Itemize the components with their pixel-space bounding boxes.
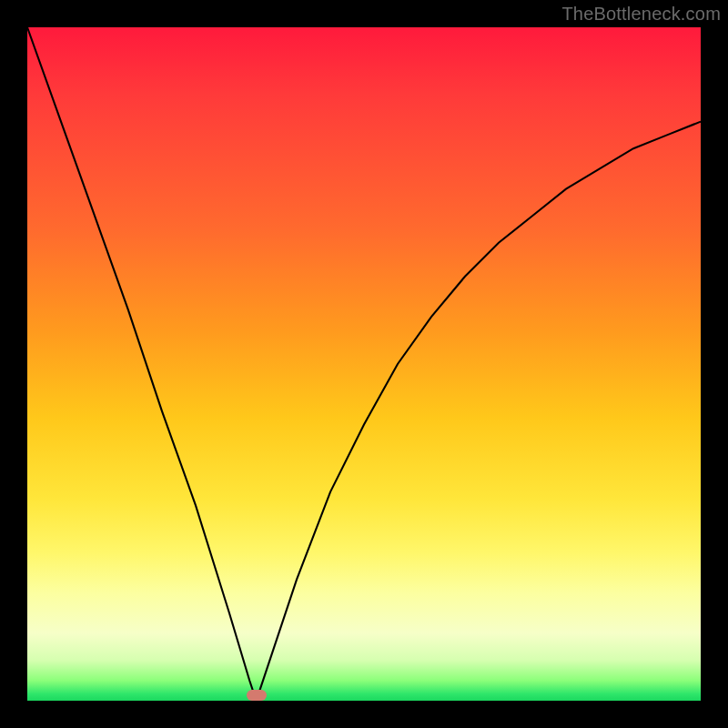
chart-frame: [27, 27, 701, 701]
watermark-text: TheBottleneck.com: [561, 4, 721, 25]
optimum-marker: [247, 690, 267, 701]
bottleneck-curve: [27, 27, 701, 701]
